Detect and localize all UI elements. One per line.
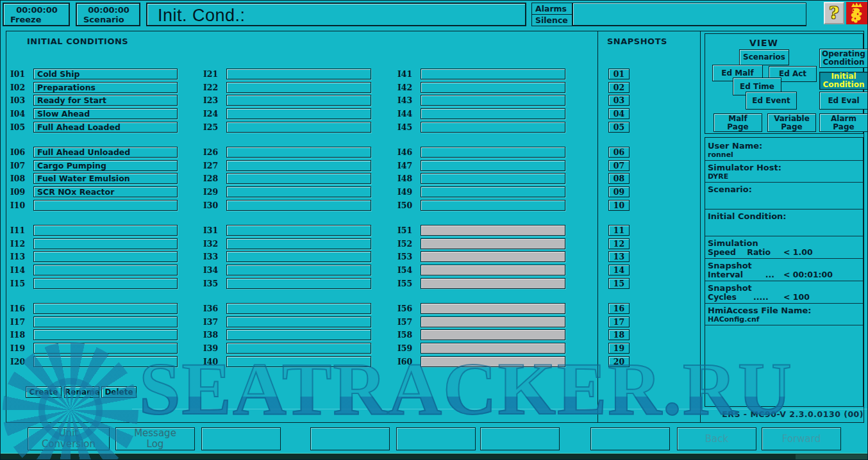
view-button-operating-condition[interactable]: Operating Condition bbox=[819, 49, 868, 68]
silence-button[interactable]: Silence bbox=[532, 15, 572, 26]
initial-condition-field-i11[interactable] bbox=[33, 225, 178, 236]
rename-button[interactable]: Rename bbox=[64, 386, 99, 398]
initial-condition-field-i22[interactable] bbox=[226, 82, 371, 93]
empty-slot-button[interactable] bbox=[310, 427, 390, 450]
initial-condition-field-i46[interactable] bbox=[421, 147, 565, 158]
back-button[interactable]: Back bbox=[677, 427, 756, 450]
unit-conversion-button[interactable]: Unit Conversion bbox=[28, 427, 110, 450]
snapshot-button-17[interactable]: 17 bbox=[608, 316, 630, 327]
snapshot-button-08[interactable]: 08 bbox=[608, 173, 630, 184]
initial-condition-field-i36[interactable] bbox=[226, 303, 371, 314]
snapshot-button-06[interactable]: 06 bbox=[608, 147, 630, 158]
initial-condition-field-i30[interactable] bbox=[226, 200, 371, 211]
snapshot-button-10[interactable]: 10 bbox=[608, 200, 630, 211]
snapshot-button-04[interactable]: 04 bbox=[608, 108, 630, 119]
snapshot-button-03[interactable]: 03 bbox=[608, 95, 630, 106]
initial-condition-field-i21[interactable] bbox=[226, 69, 371, 79]
initial-condition-field-i32[interactable] bbox=[226, 238, 371, 249]
initial-condition-field-i42[interactable] bbox=[421, 82, 565, 93]
snapshot-button-12[interactable]: 12 bbox=[608, 238, 630, 249]
initial-condition-field-i50[interactable] bbox=[421, 200, 565, 211]
initial-condition-field-i33[interactable] bbox=[226, 251, 371, 262]
initial-condition-field-i49[interactable] bbox=[421, 186, 565, 197]
initial-condition-field-i26[interactable] bbox=[226, 147, 371, 158]
initial-condition-field-i25[interactable] bbox=[226, 122, 371, 133]
initial-condition-field-i44[interactable] bbox=[421, 108, 565, 119]
snapshot-button-02[interactable]: 02 bbox=[608, 82, 630, 93]
field-id-label: I01 bbox=[10, 69, 33, 79]
snapshot-button-09[interactable]: 09 bbox=[608, 186, 630, 197]
view-panel: VIEW Scenarios Ed Act Ed Malf Ed Time Ed… bbox=[705, 33, 864, 134]
snapshot-button-18[interactable]: 18 bbox=[608, 329, 630, 340]
initial-condition-row: I11 bbox=[10, 225, 178, 236]
initial-condition-field-i01[interactable]: Cold Ship bbox=[33, 69, 178, 79]
initial-condition-field-i45[interactable] bbox=[421, 122, 565, 133]
alarms-button[interactable]: Alarms bbox=[532, 3, 572, 15]
snapshot-button-14[interactable]: 14 bbox=[608, 265, 630, 275]
initial-condition-field-i02[interactable]: Preparations bbox=[33, 82, 178, 93]
empty-slot-button[interactable] bbox=[590, 427, 670, 450]
initial-condition-field-i18[interactable] bbox=[33, 329, 178, 340]
initial-condition-field-i48[interactable] bbox=[421, 173, 565, 184]
field-id-label: I40 bbox=[203, 356, 226, 367]
snapshot-button-05[interactable]: 05 bbox=[608, 122, 630, 133]
view-button-ed-eval[interactable]: Ed Eval bbox=[819, 92, 868, 110]
snapshot-button-11[interactable]: 11 bbox=[608, 225, 630, 236]
snapshot-button-19[interactable]: 19 bbox=[608, 343, 630, 354]
empty-slot-button[interactable] bbox=[201, 427, 281, 450]
forward-button[interactable]: Forward bbox=[762, 427, 841, 450]
initial-condition-field-i28[interactable] bbox=[226, 173, 371, 184]
initial-condition-field-i13[interactable] bbox=[33, 251, 178, 262]
initial-condition-field-i05[interactable]: Full Ahead Loaded bbox=[33, 122, 178, 133]
initial-condition-field-i17[interactable] bbox=[33, 316, 178, 327]
initial-condition-field-i39[interactable] bbox=[226, 343, 371, 354]
view-button-ed-event[interactable]: Ed Event bbox=[746, 92, 797, 110]
snapshot-button-01[interactable]: 01 bbox=[608, 69, 630, 79]
initial-condition-field-i03[interactable]: Ready for Start bbox=[33, 95, 178, 106]
message-log-button[interactable]: Message Log bbox=[115, 427, 195, 450]
view-button-scenarios[interactable]: Scenarios bbox=[739, 49, 789, 65]
initial-condition-field-i23[interactable] bbox=[226, 95, 371, 106]
create-button[interactable]: Create bbox=[26, 386, 62, 398]
view-button-malf-page[interactable]: Malf Page bbox=[714, 113, 762, 132]
initial-condition-field-i24[interactable] bbox=[226, 108, 371, 119]
initial-condition-field-i31[interactable] bbox=[226, 225, 371, 236]
empty-slot-button[interactable] bbox=[396, 427, 476, 450]
scenario-button[interactable]: 00:00:00 Scenario bbox=[76, 3, 140, 26]
initial-condition-field-i06[interactable]: Full Ahead Unloaded bbox=[33, 147, 178, 158]
initial-condition-field-i20[interactable] bbox=[33, 356, 178, 367]
initial-condition-field-i35[interactable] bbox=[226, 278, 371, 289]
initial-condition-field-i14[interactable] bbox=[33, 265, 178, 275]
initial-condition-field-i43[interactable] bbox=[421, 95, 565, 106]
initial-condition-field-i16[interactable] bbox=[33, 303, 178, 314]
snapshot-button-13[interactable]: 13 bbox=[608, 251, 630, 262]
kongsberg-crest-icon[interactable] bbox=[846, 2, 867, 24]
initial-condition-field-i41[interactable] bbox=[421, 69, 565, 79]
initial-condition-field-i08[interactable]: Fuel Water Emulsion bbox=[33, 173, 178, 184]
initial-condition-field-i38[interactable] bbox=[226, 329, 371, 340]
initial-condition-field-i19[interactable] bbox=[33, 343, 178, 354]
initial-condition-field-i40[interactable] bbox=[226, 356, 371, 367]
initial-condition-field-i37[interactable] bbox=[226, 316, 371, 327]
snapshot-button-16[interactable]: 16 bbox=[608, 303, 630, 314]
view-button-initial-condition-active[interactable]: Initial Condition bbox=[819, 72, 868, 90]
initial-condition-field-i27[interactable] bbox=[226, 160, 371, 171]
empty-slot-button[interactable] bbox=[480, 427, 560, 450]
initial-condition-field-i15[interactable] bbox=[33, 278, 178, 289]
delete-button[interactable]: Delete bbox=[101, 386, 137, 398]
initial-condition-field-i09[interactable]: SCR NOx Reactor bbox=[33, 186, 178, 197]
view-button-alarm-page[interactable]: Alarm Page bbox=[819, 113, 868, 132]
initial-condition-field-i10[interactable] bbox=[33, 200, 178, 211]
initial-condition-field-i04[interactable]: Slow Ahead bbox=[33, 108, 178, 119]
help-icon[interactable]: ? bbox=[824, 2, 844, 24]
initial-condition-field-i47[interactable] bbox=[421, 160, 565, 171]
snapshot-button-07[interactable]: 07 bbox=[608, 160, 630, 171]
initial-condition-field-i29[interactable] bbox=[226, 186, 371, 197]
initial-condition-field-i07[interactable]: Cargo Pumping bbox=[33, 160, 178, 171]
initial-condition-field-i34[interactable] bbox=[226, 265, 371, 275]
view-button-variable-page[interactable]: Variable Page bbox=[767, 113, 816, 132]
initial-condition-field-i12[interactable] bbox=[33, 238, 178, 249]
snapshot-button-20[interactable]: 20 bbox=[608, 356, 630, 367]
freeze-button[interactable]: 00:00:00 Freeze bbox=[3, 3, 70, 26]
snapshot-button-15[interactable]: 15 bbox=[608, 278, 630, 289]
